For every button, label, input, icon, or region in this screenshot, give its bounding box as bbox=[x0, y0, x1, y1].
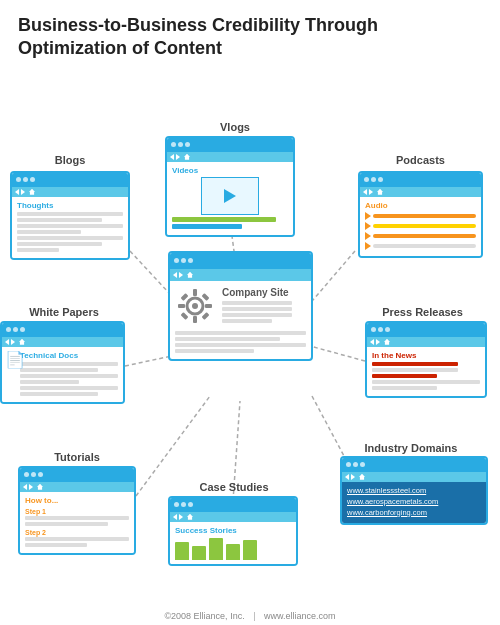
casestudies-browser: Success Stories bbox=[168, 496, 298, 566]
audio-play-icon-4 bbox=[365, 242, 371, 250]
svg-rect-14 bbox=[181, 293, 189, 301]
svg-line-4 bbox=[310, 346, 365, 361]
casestudies-content-label: Success Stories bbox=[175, 526, 291, 535]
industry-links: www.stainlesssteel.com www.aerospacemeta… bbox=[342, 482, 486, 523]
whitepapers-label: White Papers bbox=[0, 306, 128, 318]
footer: ©2008 Elliance, Inc. | www.elliance.com bbox=[0, 611, 500, 621]
blogs-label: Blogs bbox=[10, 154, 130, 166]
svg-rect-17 bbox=[202, 312, 210, 320]
audio-play-icon-1 bbox=[365, 212, 371, 220]
tutorials-step1: Step 1 bbox=[25, 508, 129, 515]
diagram: Blogs Thoughts Vlogs bbox=[0, 66, 500, 611]
footer-divider: | bbox=[253, 611, 255, 621]
industry-link-2: www.aerospacemetals.com bbox=[347, 497, 481, 506]
vlogs-label: Vlogs bbox=[175, 121, 295, 133]
industry-link-3: www.carbonforging.com bbox=[347, 508, 481, 517]
vlogs-content-label: Videos bbox=[172, 166, 288, 175]
case-bar-3 bbox=[209, 538, 223, 560]
docs-icon: 📄 bbox=[5, 350, 25, 369]
whitepapers-browser: 📄 Technical Docs bbox=[0, 321, 125, 404]
case-bars bbox=[175, 538, 291, 560]
case-bar-4 bbox=[226, 544, 240, 560]
blogs-browser: Thoughts bbox=[10, 171, 130, 260]
podcasts-label: Podcasts bbox=[358, 154, 483, 166]
podcasts-content-label: Audio bbox=[365, 201, 476, 210]
svg-rect-10 bbox=[193, 289, 197, 296]
case-bar-1 bbox=[175, 542, 189, 560]
play-icon bbox=[224, 189, 236, 203]
svg-rect-12 bbox=[178, 304, 185, 308]
footer-copyright: ©2008 Elliance, Inc. bbox=[164, 611, 244, 621]
casestudies-label: Case Studies bbox=[160, 481, 308, 493]
industry-link-1: www.stainlesssteel.com bbox=[347, 486, 481, 495]
svg-rect-15 bbox=[202, 293, 210, 301]
footer-website: www.elliance.com bbox=[264, 611, 336, 621]
svg-rect-13 bbox=[205, 304, 212, 308]
audio-play-icon-3 bbox=[365, 232, 371, 240]
tutorials-label: Tutorials bbox=[18, 451, 136, 463]
press-content-label: In the News bbox=[372, 351, 480, 360]
page-title: Business-to-Business Credibility Through… bbox=[0, 0, 500, 61]
vlogs-browser: Videos bbox=[165, 136, 295, 237]
center-browser: Company Site bbox=[168, 251, 313, 361]
audio-play-icon-2 bbox=[365, 222, 371, 230]
tutorials-content-label: How to... bbox=[25, 496, 129, 505]
case-bar-5 bbox=[243, 540, 257, 560]
svg-rect-16 bbox=[181, 312, 189, 320]
svg-rect-11 bbox=[193, 316, 197, 323]
video-thumbnail bbox=[201, 177, 259, 215]
press-label: Press Releases bbox=[355, 306, 490, 318]
svg-point-9 bbox=[192, 303, 198, 309]
industry-browser: www.stainlesssteel.com www.aerospacemeta… bbox=[340, 456, 488, 525]
blogs-content-label: Thoughts bbox=[17, 201, 123, 210]
podcasts-browser: Audio bbox=[358, 171, 483, 258]
center-label: Company Site bbox=[222, 287, 292, 298]
industry-label: Industry Domains bbox=[330, 442, 492, 454]
tutorials-browser: How to... Step 1 Step 2 bbox=[18, 466, 136, 555]
case-bar-2 bbox=[192, 546, 206, 560]
gear-icon bbox=[174, 285, 216, 327]
whitepapers-content-label: Technical Docs bbox=[20, 351, 118, 360]
press-browser: In the News bbox=[365, 321, 487, 398]
tutorials-step2: Step 2 bbox=[25, 529, 129, 536]
